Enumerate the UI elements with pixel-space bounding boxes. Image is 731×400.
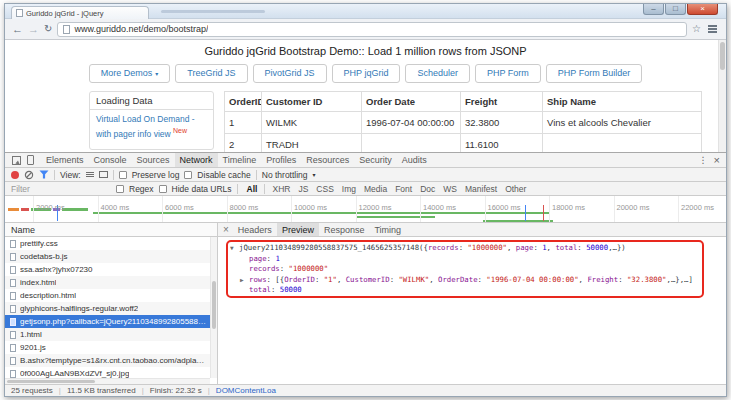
filter-type-font[interactable]: Font	[391, 184, 416, 194]
scrollbar-thumb[interactable]	[7, 380, 95, 383]
url-text: www.guriddo.net/demo/bootstrap/	[74, 24, 208, 34]
browser-window: Guriddo jqGrid - jQuery – □ × ← → ↻ www.…	[4, 3, 727, 397]
requests-column-header[interactable]: Name	[5, 223, 217, 237]
panel-item-link[interactable]: Virtual Load On Demand - with pager info…	[90, 110, 213, 149]
request-row[interactable]: description.html	[5, 289, 217, 302]
grid-column-header[interactable]: Customer ID	[261, 92, 361, 111]
page-scrollbar[interactable]	[718, 40, 726, 152]
throttling-dropdown[interactable]: No throttling	[262, 170, 308, 180]
demo-nav-button[interactable]: Scheduler	[405, 64, 470, 83]
devtools-tab-sources[interactable]: Sources	[132, 153, 175, 167]
disable-cache-checkbox[interactable]	[184, 171, 192, 179]
hide-data-urls-checkbox[interactable]	[159, 185, 167, 193]
device-toolbar-icon[interactable]	[27, 155, 34, 165]
request-row[interactable]: index.html	[5, 276, 217, 289]
overview-toggle-icon[interactable]	[99, 171, 108, 178]
collapse-arrow-icon[interactable]: ▼	[230, 243, 239, 254]
devtools-tab-console[interactable]: Console	[89, 153, 132, 167]
file-icon	[10, 357, 16, 365]
filter-type-js[interactable]: JS	[294, 184, 312, 194]
request-row[interactable]: ssa.ashx?jyhx07230	[5, 263, 217, 276]
devtools-tab-elements[interactable]: Elements	[41, 153, 89, 167]
scrollbar-thumb[interactable]	[212, 281, 216, 329]
bookmark-star-icon[interactable]: ☆	[692, 24, 701, 34]
detail-tab-preview[interactable]: Preview	[277, 223, 319, 236]
grid-row[interactable]: 1WILMK1996-07-04 00:00:0032.3800Vins et …	[224, 112, 702, 134]
request-row[interactable]: 1.html	[5, 328, 217, 341]
requests-horizontal-scrollbar[interactable]	[5, 378, 210, 384]
devtools-tab-network[interactable]: Network	[175, 153, 218, 167]
request-row[interactable]: getjsonp.php?callback=jQuery211034899280…	[5, 315, 217, 328]
requests-vertical-scrollbar[interactable]	[210, 237, 217, 378]
record-button[interactable]	[11, 171, 19, 179]
regex-checkbox[interactable]	[116, 185, 124, 193]
minimize-button[interactable]: –	[643, 4, 664, 15]
devtools-tab-resources[interactable]: Resources	[301, 153, 354, 167]
request-row[interactable]: codetabs-b.js	[5, 250, 217, 263]
json-str: "WILMK"	[398, 275, 429, 284]
reload-button[interactable]: ↻	[44, 24, 52, 34]
json-key: rows	[249, 275, 267, 284]
demo-nav-button[interactable]: PHP Form	[475, 64, 541, 83]
grid-column-header[interactable]: Order Date	[361, 92, 460, 111]
detail-tab-timing[interactable]: Timing	[369, 223, 406, 236]
detail-tab-headers[interactable]: Headers	[233, 223, 277, 236]
preserve-log-checkbox[interactable]	[119, 171, 127, 179]
clear-icon[interactable]	[24, 170, 34, 180]
name-header-label: Name	[11, 225, 35, 235]
devtools-tab-profiles[interactable]: Profiles	[261, 153, 301, 167]
demo-nav-button[interactable]: TreeGrid JS	[175, 64, 247, 83]
filter-type-img[interactable]: Img	[338, 184, 360, 194]
filter-type-media[interactable]: Media	[360, 184, 391, 194]
expand-arrow-icon[interactable]: ▶	[240, 275, 249, 286]
demo-nav-button[interactable]: PHP Form Builder	[546, 64, 642, 83]
request-row[interactable]: glyphicons-halflings-regular.woff2	[5, 302, 217, 315]
status-item: 25 requests	[11, 386, 53, 395]
browser-tab[interactable]: Guriddo jqGrid - jQuery	[11, 6, 149, 19]
scrollbar-thumb[interactable]	[720, 42, 725, 70]
filter-type-css[interactable]: CSS	[312, 184, 337, 194]
devtools-menu-icon[interactable]: ⋮	[699, 156, 708, 165]
filter-type-xhr[interactable]: XHR	[268, 184, 294, 194]
demo-nav-button[interactable]: More Demos▾	[89, 64, 171, 83]
filter-type-doc[interactable]: Doc	[416, 184, 439, 194]
filter-type-manifest[interactable]: Manifest	[461, 184, 501, 194]
network-overview-timeline[interactable]: 2000 ms4000 ms6000 ms8000 ms10000 ms1200…	[5, 196, 726, 223]
json-key: records	[249, 264, 280, 273]
filter-icon[interactable]	[39, 170, 49, 179]
window-titlebar[interactable]: Guriddo jqGrid - jQuery – □ ×	[5, 4, 726, 19]
requests-list: prettify.csscodetabs-b.jsssa.ashx?jyhx07…	[5, 237, 217, 384]
devtools-tab-security[interactable]: Security	[354, 153, 397, 167]
timeline-tick-label: 16000 ms	[488, 203, 521, 212]
inspect-element-icon[interactable]	[12, 156, 21, 165]
grid-column-header[interactable]: Ship Name	[542, 92, 702, 111]
request-row[interactable]: B.ashx?temptype=s1&rx.cnt.cn.taobao.com/…	[5, 354, 217, 367]
forward-button[interactable]: →	[28, 24, 39, 35]
detail-tab-response[interactable]: Response	[319, 223, 370, 236]
maximize-button[interactable]: □	[665, 4, 686, 15]
devtools-tab-audits[interactable]: Audits	[397, 153, 432, 167]
close-button[interactable]: ×	[687, 4, 718, 15]
grid-row[interactable]: 2TRADH11.6100	[224, 134, 702, 152]
request-row[interactable]: prettify.css	[5, 237, 217, 250]
filter-input[interactable]	[11, 184, 111, 194]
browser-menu-icon[interactable]	[706, 24, 719, 34]
large-rows-toggle-icon[interactable]	[86, 172, 94, 177]
demo-nav-button[interactable]: PivotGrid JS	[253, 64, 327, 83]
filter-type-ws[interactable]: WS	[439, 184, 461, 194]
filter-type-other[interactable]: Other	[501, 184, 530, 194]
address-bar[interactable]: www.guriddo.net/demo/bootstrap/	[57, 22, 687, 37]
devtools-close-button[interactable]: ×	[714, 155, 720, 166]
grid-column-header[interactable]: OrderID	[224, 92, 261, 111]
timeline-tick: 22000 ms	[678, 196, 714, 222]
devtools-tabbar: ElementsConsoleSourcesNetworkTimelinePro…	[5, 153, 726, 168]
back-button[interactable]: ←	[12, 24, 23, 35]
grid-column-header[interactable]: Freight	[460, 92, 542, 111]
demo-nav-button[interactable]: PHP jqGrid	[332, 64, 401, 83]
grid-cell: 32.3800	[460, 112, 542, 133]
filter-type-all[interactable]: All	[243, 184, 266, 194]
request-row[interactable]: 9201.js	[5, 341, 217, 354]
status-item: 11.5 KB transferred	[67, 386, 136, 395]
devtools-tab-timeline[interactable]: Timeline	[218, 153, 262, 167]
detail-close-button[interactable]: ×	[223, 225, 229, 235]
